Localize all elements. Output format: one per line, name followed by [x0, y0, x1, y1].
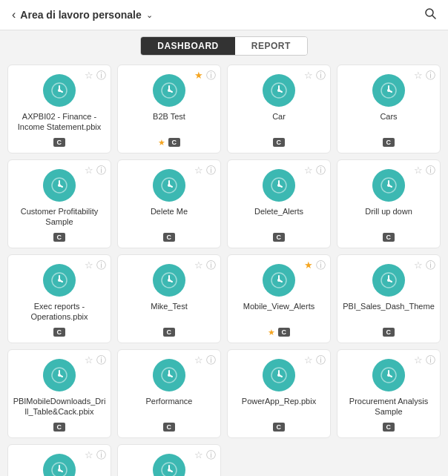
- card-icons-row: ☆ⓘ: [194, 450, 216, 460]
- info-icon[interactable]: ⓘ: [426, 70, 435, 80]
- card-badge-row: C: [53, 328, 66, 337]
- card-title: Performance: [146, 396, 193, 406]
- info-icon[interactable]: ⓘ: [426, 165, 435, 175]
- info-icon[interactable]: ⓘ: [316, 70, 326, 80]
- tab-report[interactable]: REPORT: [235, 37, 307, 55]
- svg-point-33: [387, 374, 390, 377]
- card-item[interactable]: ☆ⓘ ReceivableC: [7, 444, 111, 476]
- info-icon[interactable]: ⓘ: [206, 450, 216, 460]
- tab-dashboard[interactable]: DASHBOARD: [141, 37, 235, 55]
- star-icon[interactable]: ☆: [414, 165, 423, 175]
- star-icon[interactable]: ☆: [85, 355, 93, 365]
- card-title: AXPBI02 - Finance - Income Statement.pbi…: [13, 111, 106, 133]
- star-icon[interactable]: ☆: [304, 355, 313, 365]
- info-icon[interactable]: ⓘ: [206, 260, 216, 270]
- card-badge: C: [168, 138, 181, 147]
- star-icon[interactable]: ☆: [194, 165, 203, 175]
- card-title: Exec reports - Operations.pbix: [13, 301, 106, 323]
- card-item[interactable]: ☆ⓘ Customer Profitability SampleC: [7, 159, 111, 248]
- info-icon[interactable]: ⓘ: [426, 260, 435, 270]
- report-icon-circle: [263, 264, 295, 297]
- star-icon[interactable]: ★: [194, 70, 203, 80]
- card-item[interactable]: ☆ⓘ Drill up downC: [337, 159, 441, 248]
- card-badge-row: C: [383, 423, 395, 432]
- tab-bar: DASHBOARD REPORT: [0, 30, 448, 60]
- info-icon[interactable]: ⓘ: [96, 165, 106, 175]
- info-icon[interactable]: ⓘ: [206, 70, 216, 80]
- card-item[interactable]: ☆ⓘ Delete_AlertsC: [227, 159, 331, 248]
- card-item[interactable]: ☆ⓘ PBIMobileDownloads_Drill_Table&Cack.p…: [7, 349, 111, 438]
- report-icon-circle: [153, 359, 185, 391]
- cards-grid: ☆ⓘ AXPBI02 - Finance - Income Statement.…: [7, 65, 441, 476]
- star-icon[interactable]: ☆: [414, 260, 423, 270]
- info-icon[interactable]: ⓘ: [96, 260, 106, 270]
- card-item[interactable]: ☆ⓘ CarC: [227, 65, 331, 153]
- card-item[interactable]: ☆ⓘ Delete MeC: [117, 159, 221, 248]
- card-badge: C: [383, 423, 395, 432]
- card-item[interactable]: ☆ⓘ CarsC: [337, 65, 441, 153]
- card-badge-row: ★C: [158, 138, 181, 147]
- card-title: Mobile_View_Alerts: [243, 301, 314, 311]
- card-item[interactable]: ☆ⓘ PowerApp_Rep.pbixC: [227, 349, 331, 438]
- svg-point-35: [58, 469, 61, 472]
- star-icon[interactable]: ☆: [85, 450, 93, 460]
- info-icon[interactable]: ⓘ: [96, 450, 106, 460]
- star-icon[interactable]: ☆: [194, 450, 203, 460]
- card-badge-row: C: [163, 233, 176, 242]
- card-item[interactable]: ☆ⓘ Exec reports - Operations.pbixC: [7, 254, 111, 343]
- card-badge: C: [163, 233, 176, 242]
- svg-point-37: [168, 469, 171, 472]
- back-icon[interactable]: ‹: [12, 8, 16, 22]
- card-icons-row: ☆ⓘ: [414, 70, 435, 80]
- card-badge-row: ★C: [268, 328, 291, 337]
- card-icons-row: ☆ⓘ: [304, 355, 326, 365]
- header-left: ‹ Area di lavoro personale ⌄: [12, 8, 153, 22]
- info-icon[interactable]: ⓘ: [96, 70, 106, 80]
- star-icon[interactable]: ★: [304, 260, 313, 270]
- svg-point-29: [168, 374, 171, 377]
- badge-star-icon: ★: [158, 139, 165, 147]
- report-icon-circle: [43, 359, 76, 391]
- svg-point-13: [168, 184, 171, 187]
- svg-point-11: [58, 184, 61, 187]
- star-icon[interactable]: ☆: [414, 355, 423, 365]
- report-icon-circle: [372, 264, 405, 297]
- report-icon-circle: [372, 74, 405, 107]
- info-icon[interactable]: ⓘ: [316, 355, 326, 365]
- card-icons-row: ☆ⓘ: [85, 70, 106, 80]
- info-icon[interactable]: ⓘ: [426, 355, 435, 365]
- star-icon[interactable]: ☆: [304, 70, 313, 80]
- star-icon[interactable]: ☆: [194, 260, 203, 270]
- svg-line-1: [432, 16, 435, 19]
- star-icon[interactable]: ☆: [85, 260, 93, 270]
- card-item[interactable]: ☆ⓘ AXPBI02 - Finance - Income Statement.…: [7, 65, 111, 153]
- card-icons-row: ☆ⓘ: [194, 355, 216, 365]
- card-item[interactable]: ☆ⓘ PerformanceC: [117, 349, 221, 438]
- star-icon[interactable]: ☆: [414, 70, 423, 80]
- info-icon[interactable]: ⓘ: [316, 260, 326, 270]
- report-icon-circle: [153, 169, 185, 202]
- info-icon[interactable]: ⓘ: [206, 355, 216, 365]
- card-item[interactable]: ★ⓘ Mobile_View_Alerts★C: [227, 254, 331, 343]
- report-icon-circle: [43, 264, 76, 297]
- card-item[interactable]: ★ⓘ B2B Test★C: [117, 65, 221, 153]
- card-item[interactable]: ☆ⓘ PBI_Sales_Dash_ThemeC: [337, 254, 441, 343]
- info-icon[interactable]: ⓘ: [316, 165, 326, 175]
- card-title: PowerApp_Rep.pbix: [242, 396, 316, 406]
- info-icon[interactable]: ⓘ: [96, 355, 106, 365]
- card-item[interactable]: ☆ⓘ Sales_Cars_with_linkC: [117, 444, 221, 476]
- info-icon[interactable]: ⓘ: [206, 165, 216, 175]
- card-title: B2B Test: [153, 111, 185, 122]
- report-icon-circle: [153, 264, 185, 297]
- tab-group: DASHBOARD REPORT: [140, 36, 308, 56]
- star-icon[interactable]: ☆: [304, 165, 313, 175]
- star-icon[interactable]: ☆: [85, 70, 93, 80]
- search-icon[interactable]: [424, 7, 436, 22]
- card-icons-row: ☆ⓘ: [85, 260, 106, 270]
- card-item[interactable]: ☆ⓘ Procurement Analysis SampleC: [337, 349, 441, 438]
- star-icon[interactable]: ☆: [85, 165, 93, 175]
- card-badge-row: C: [273, 138, 286, 147]
- star-icon[interactable]: ☆: [194, 355, 203, 365]
- card-title: PBI_Sales_Dash_Theme: [343, 301, 435, 311]
- card-item[interactable]: ☆ⓘ Mike_TestC: [117, 254, 221, 343]
